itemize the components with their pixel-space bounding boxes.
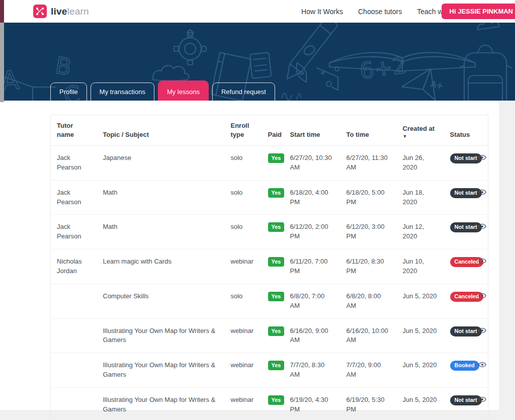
svg-text:A+: A+ [430,79,444,91]
view-lesson-button[interactable] [478,292,486,302]
column-header-tutor-name: Tutor name [51,115,97,146]
sort-desc-icon[interactable]: ▼ [403,134,438,139]
paid-cell: Yes [262,215,284,249]
status-badge: Not start [450,395,482,405]
start-cell: 6/19/20, 4:30 PM [284,387,340,420]
start-cell: 6/27/20, 10:30 AM [284,146,340,181]
logo[interactable]: livelearn [33,5,89,18]
top-navigation: How It Works Choose tutors Teach with us [301,0,460,23]
view-lesson-button[interactable] [478,361,486,371]
column-header-created-at[interactable]: Created at▼ [397,115,444,146]
column-label: Topic / Subject [103,131,149,138]
nav-how-it-works[interactable]: How It Works [301,8,343,16]
to-cell: 6/11/20, 8:30 PM [340,249,397,284]
table-row: Illustrating Your Own Map for Writers & … [51,353,488,388]
created-cell: Jun 5, 2020 [397,318,444,353]
table-row: Computer SkillssoloYes6/8/20, 7:00 AM6/8… [51,284,488,318]
to-cell: 6/19/20, 5:30 PM [340,387,397,420]
lessons-table: Tutor nameTopic / SubjectEnroll typePaid… [50,115,488,420]
created-cell: Jun 12, 2020 [397,215,444,249]
tutor-cell: Jack Pearson [51,146,97,181]
topic-cell: Math [97,180,225,215]
window-edge-top [0,0,4,23]
table-row: Jack PearsonMathsoloYes6/18/20, 4:00 PM6… [51,180,488,215]
start-cell: 6/12/20, 2:00 PM [284,215,340,249]
status-cell: Not start [444,387,475,420]
topic-cell: Math [97,215,225,249]
paid-badge: Yes [268,326,285,336]
paid-cell: Yes [262,353,284,388]
tutor-cell [51,387,97,420]
topic-cell: Computer Skills [97,284,225,318]
eye-icon [478,223,486,231]
column-header-actions [475,115,488,146]
start-cell: 6/11/20, 7:00 PM [284,249,340,284]
enroll-cell: webinar [225,249,262,284]
view-lesson-button[interactable] [478,153,486,164]
column-header-to-time: To time [340,115,397,146]
paid-badge: Yes [268,361,285,370]
column-label: Created at [403,125,435,132]
paid-badge: Yes [268,257,285,267]
topic-cell: Illustrating Your Own Map for Writers & … [97,318,225,353]
topic-cell: Illustrating Your Own Map for Writers & … [97,353,225,388]
view-lesson-button[interactable] [478,188,486,199]
column-label: Enroll type [231,122,249,138]
enroll-cell: webinar [225,387,262,420]
tutor-cell [51,318,97,353]
eye-icon [478,154,486,162]
column-label: Start time [290,131,320,138]
view-lesson-button[interactable] [478,326,486,337]
column-header-paid: Paid [262,115,284,146]
enroll-cell: solo [225,146,262,181]
view-lesson-button[interactable] [478,222,486,233]
column-label: Status [450,131,470,138]
tab-my-transactions[interactable]: My transactions [91,82,154,101]
eye-icon [478,362,486,369]
to-cell: 7/7/20, 9:00 AM [340,353,397,388]
paid-cell: Yes [262,318,284,353]
status-badge: Not start [450,188,482,198]
table-row: Nicholas JordanLearn magic with Cardsweb… [51,249,488,284]
paid-badge: Yes [268,222,285,232]
enroll-cell: webinar [225,353,262,388]
eye-icon [478,258,486,266]
tab-my-lessons[interactable]: My lessons [158,80,209,101]
status-badge: Booked [450,361,479,371]
tutor-cell: Jack Pearson [51,180,97,215]
status-cell: Not start [444,318,475,353]
logo-wordmark: livelearn [51,6,89,17]
logo-icon [33,5,47,18]
hero-banner: A B C [0,23,515,101]
user-account-button[interactable]: Hi JESSIE PINKMAN [442,4,515,19]
created-cell: Jun 10, 2020 [397,249,444,284]
view-lesson-button[interactable] [478,395,486,406]
created-cell: Jun 5, 2020 [397,284,444,318]
view-lesson-button[interactable] [478,257,486,268]
nav-choose-tutors[interactable]: Choose tutors [358,8,402,16]
paid-badge: Yes [268,395,285,405]
created-cell: Jun 18, 2020 [397,180,444,215]
profile-tabs: Profile My transactions My lessons Refun… [50,80,275,101]
tutor-cell [51,284,97,318]
table-row: Illustrating Your Own Map for Writers & … [51,387,488,420]
paid-cell: Yes [262,249,284,284]
paid-badge: Yes [268,188,285,198]
status-badge: Not start [450,326,482,337]
column-label: Tutor name [57,122,74,138]
column-header-enroll-type: Enroll type [225,115,262,146]
tab-refund-request[interactable]: Refund request [212,82,275,101]
tutor-cell: Nicholas Jordan [51,249,97,284]
start-cell: 6/16/20, 9:00 AM [284,318,340,353]
topic-cell: Japanese [97,146,225,181]
enroll-cell: solo [225,215,262,249]
status-badge: Not start [450,222,482,232]
tutor-cell [51,353,97,388]
to-cell: 6/18/20, 5:00 PM [340,180,397,215]
paid-cell: Yes [262,284,284,318]
status-cell: Not start [444,180,475,215]
tab-profile[interactable]: Profile [50,82,87,101]
created-cell: Jun 26, 2020 [397,146,444,181]
topic-cell: Learn magic with Cards [97,249,225,284]
table-row: Jack PearsonMathsoloYes6/12/20, 2:00 PM6… [51,215,488,249]
